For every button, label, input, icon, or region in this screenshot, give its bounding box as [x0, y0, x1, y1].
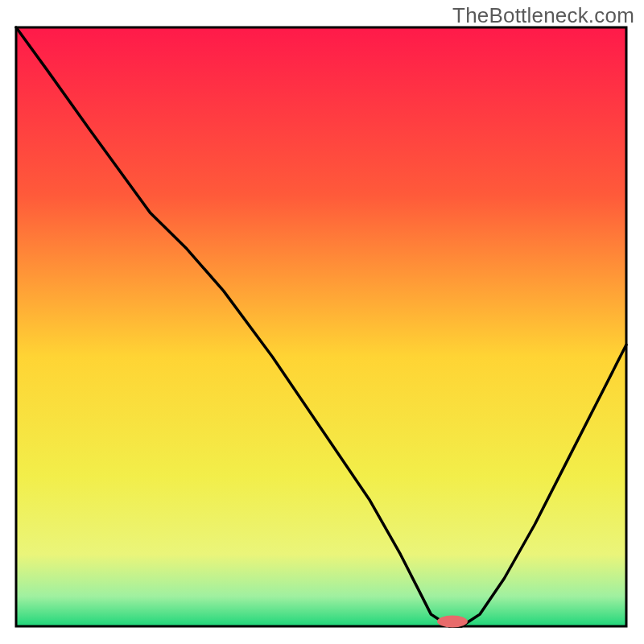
watermark-text: TheBottleneck.com — [452, 3, 634, 28]
optimal-point-marker — [437, 616, 468, 628]
plot-background — [16, 27, 626, 626]
chart-container: TheBottleneck.com — [0, 0, 644, 644]
bottleneck-chart — [0, 0, 644, 644]
